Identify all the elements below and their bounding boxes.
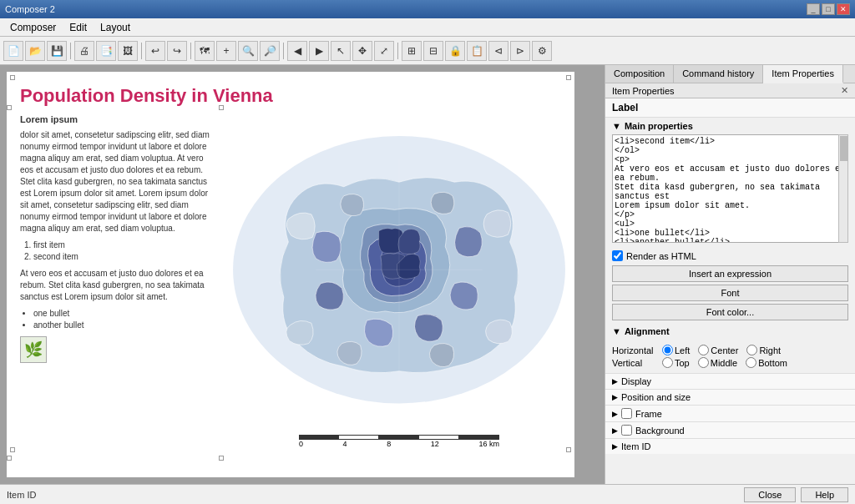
zoom-out[interactable]: 🔎 — [260, 41, 280, 61]
sep1 — [70, 43, 71, 59]
background-section[interactable]: ▶ Background — [605, 421, 855, 438]
undo-btn[interactable]: ↩ — [145, 41, 165, 61]
text-area-container — [605, 134, 855, 249]
title-bar: Composer 2 _ □ ✕ — [0, 0, 855, 18]
open-btn[interactable]: 📂 — [25, 41, 45, 61]
atlas-tool[interactable]: 📋 — [467, 41, 487, 61]
panel-close-icon[interactable]: ✕ — [841, 85, 848, 96]
maximize-button[interactable]: □ — [822, 3, 835, 15]
frame-label: Frame — [635, 409, 662, 419]
radio-left-input[interactable] — [662, 345, 673, 355]
radio-left[interactable]: Left — [662, 345, 690, 355]
radio-top[interactable]: Top — [662, 357, 690, 368]
radio-middle[interactable]: Middle — [698, 357, 737, 368]
menu-edit[interactable]: Edit — [63, 18, 94, 36]
atlas-prev[interactable]: ⊳ — [510, 41, 530, 61]
zoom-in[interactable]: 🔍 — [238, 41, 258, 61]
close-btn[interactable]: Close — [744, 487, 796, 502]
radio-right[interactable]: Right — [746, 345, 781, 355]
frame-section[interactable]: ▶ Frame — [605, 405, 855, 421]
add-image[interactable]: + — [216, 41, 236, 61]
panel-tabs: Composition Command history Item Propert… — [605, 65, 855, 83]
tab-composition[interactable]: Composition — [605, 65, 674, 83]
pan-left[interactable]: ◀ — [287, 41, 307, 61]
radio-middle-input[interactable] — [698, 357, 709, 368]
radio-center-input[interactable] — [698, 345, 709, 355]
main-props-header[interactable]: ▼ Main properties — [605, 118, 855, 134]
arrow-icon: ▼ — [612, 121, 621, 131]
corner-tr — [566, 75, 571, 80]
tab-item-properties[interactable]: Item Properties — [763, 65, 843, 83]
add-map[interactable]: 🗺 — [195, 41, 215, 61]
menu-bar: Composer Edit Layout — [0, 18, 855, 37]
main-text-area[interactable] — [612, 134, 848, 243]
right-panel: Composition Command history Item Propert… — [605, 65, 855, 484]
frame-checkbox[interactable] — [621, 408, 632, 419]
background-checkbox[interactable] — [621, 425, 632, 436]
horizontal-row: Horizontal Left Center Right — [612, 345, 848, 355]
sep2 — [141, 43, 142, 59]
resize-tool[interactable]: ⤢ — [374, 41, 394, 61]
scrollbar-thumb[interactable] — [840, 136, 848, 161]
item-id-section[interactable]: ▶ Item ID — [605, 438, 855, 454]
label-section-header: Label — [605, 98, 855, 118]
radio-top-label: Top — [675, 358, 690, 368]
render-html-checkbox[interactable] — [612, 250, 623, 261]
logo-icon: 🌿 — [24, 340, 43, 360]
group-tool[interactable]: ⊞ — [402, 41, 422, 61]
pan-right[interactable]: ▶ — [309, 41, 329, 61]
corner-text-tr — [219, 105, 224, 110]
settings-tool[interactable]: ⚙ — [532, 41, 552, 61]
alignment-header[interactable]: ▼ Alignment — [605, 323, 855, 340]
tab-command-history[interactable]: Command history — [674, 65, 763, 83]
font-color-btn[interactable]: Font color... — [612, 304, 848, 320]
menu-layout[interactable]: Layout — [94, 18, 137, 36]
export-pdf[interactable]: 📑 — [96, 41, 116, 61]
status-item-id: Item ID — [7, 490, 36, 500]
help-btn[interactable]: Help — [801, 487, 848, 502]
scale-16: 16 km — [478, 440, 499, 448]
insert-expression-btn[interactable]: Insert an expression — [612, 265, 848, 282]
extra-text: At vero eos et accusam et justo duo dolo… — [20, 268, 210, 303]
radio-bottom-input[interactable] — [746, 357, 756, 368]
sub-header-label: Item Properties — [612, 86, 675, 96]
sep4 — [283, 43, 284, 59]
label-title: Label — [612, 102, 638, 113]
position-arrow-icon: ▶ — [612, 393, 618, 401]
move-tool[interactable]: ✥ — [352, 41, 372, 61]
vertical-label: Vertical — [612, 358, 655, 368]
radio-center-label: Center — [711, 345, 738, 355]
save-btn[interactable]: 💾 — [47, 41, 67, 61]
sep5 — [397, 43, 398, 59]
font-btn[interactable]: Font — [612, 285, 848, 301]
print-btn[interactable]: 🖨 — [74, 41, 94, 61]
horizontal-radio-group: Left Center Right — [662, 345, 781, 355]
radio-right-input[interactable] — [746, 345, 757, 355]
canvas-map: 0 4 8 12 16 km — [224, 113, 574, 461]
radio-center[interactable]: Center — [698, 345, 738, 355]
qgis-logo: 🌿 — [20, 336, 47, 363]
position-size-section[interactable]: ▶ Position and size — [605, 389, 855, 405]
radio-top-input[interactable] — [662, 357, 673, 368]
scrollbar[interactable] — [838, 134, 848, 243]
background-checkbox-row: Background — [621, 425, 685, 436]
display-section[interactable]: ▶ Display — [605, 373, 855, 389]
menu-composer[interactable]: Composer — [3, 18, 63, 36]
lock-tool[interactable]: 🔒 — [445, 41, 465, 61]
scale-0: 0 — [299, 440, 303, 448]
radio-left-label: Left — [675, 345, 690, 355]
radio-bottom[interactable]: Bottom — [746, 357, 787, 368]
radio-right-label: Right — [759, 345, 781, 355]
corner-text-bl — [7, 456, 12, 461]
radio-middle-label: Middle — [711, 358, 737, 368]
atlas-nav[interactable]: ⊲ — [488, 41, 508, 61]
ungroup-tool[interactable]: ⊟ — [423, 41, 443, 61]
alignment-arrow-icon: ▼ — [612, 326, 621, 336]
alignment-label: Alignment — [625, 326, 670, 336]
redo-btn[interactable]: ↪ — [167, 41, 187, 61]
export-img[interactable]: 🖼 — [118, 41, 138, 61]
new-btn[interactable]: 📄 — [3, 41, 23, 61]
minimize-button[interactable]: _ — [807, 3, 820, 15]
select-tool[interactable]: ↖ — [331, 41, 351, 61]
close-button[interactable]: ✕ — [837, 3, 850, 15]
